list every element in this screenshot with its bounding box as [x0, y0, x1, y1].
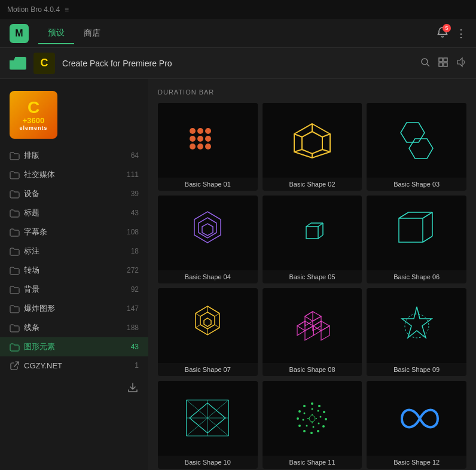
list-item[interactable]: Basic Shape 09 — [367, 288, 466, 376]
svg-rect-29 — [306, 227, 318, 239]
pack-thumb-letter: C — [28, 99, 39, 116]
sound-button[interactable] — [456, 57, 466, 70]
sidebar-item-titles[interactable]: 标题 43 — [0, 203, 148, 222]
pack-thumb-number: +3600 — [23, 116, 45, 125]
sidebar-label: 字幕条 — [24, 227, 127, 237]
sidebar-label: 线条 — [24, 322, 127, 333]
sidebar-count: 272 — [127, 266, 139, 274]
pack-logo: C — [33, 53, 55, 74]
item-label: Basic Shape 08 — [263, 363, 362, 376]
sidebar-item-typography[interactable]: 排版 64 — [0, 146, 148, 165]
svg-line-46 — [215, 325, 219, 328]
sidebar-count: 43 — [131, 209, 139, 217]
grid-icon — [438, 57, 448, 68]
svg-marker-52 — [305, 326, 313, 340]
svg-point-9 — [205, 128, 211, 134]
sidebar-item-explosions[interactable]: 爆炸图形 147 — [0, 299, 148, 318]
sidebar-label: 转场 — [24, 265, 127, 276]
svg-point-90 — [309, 416, 315, 422]
svg-line-31 — [318, 223, 323, 227]
thumbnail — [158, 288, 258, 363]
item-label: Basic Shape 07 — [158, 363, 258, 376]
list-item[interactable]: Basic Shape 06 — [367, 196, 466, 283]
item-label: Basic Shape 09 — [367, 363, 466, 376]
sidebar-item-devices[interactable]: 设备 39 — [0, 184, 148, 203]
nav-right: 5 ⋮ — [437, 26, 466, 41]
svg-point-94 — [307, 418, 309, 419]
sidebar-item-callouts[interactable]: 标注 18 — [0, 242, 148, 261]
folder-icon — [10, 342, 19, 352]
menu-icon[interactable]: ≡ — [65, 5, 69, 14]
search-icon — [420, 57, 431, 68]
thumbnail — [158, 381, 258, 456]
folder-icon — [10, 189, 19, 199]
svg-line-19 — [322, 134, 330, 137]
list-item[interactable]: Basic Shape 12 — [367, 381, 466, 469]
tab-presets[interactable]: 预设 — [38, 23, 74, 44]
svg-point-8 — [197, 128, 203, 134]
list-item[interactable]: Basic Shape 01 — [158, 103, 258, 191]
pack-thumbnail[interactable]: C +3600 elements — [10, 91, 57, 139]
link-icon — [10, 361, 19, 370]
item-label: Basic Shape 10 — [158, 456, 258, 469]
svg-point-77 — [303, 430, 306, 432]
folder-icon — [10, 246, 19, 256]
list-item[interactable]: Basic Shape 02 — [263, 103, 362, 191]
list-item[interactable]: Basic Shape 05 — [263, 196, 362, 283]
thumbnail — [263, 196, 362, 270]
sidebar-item-graphic-elements[interactable]: 图形元素 43 — [0, 337, 148, 356]
pack-title: Create Pack for Premiere Pro — [62, 59, 172, 68]
more-options-button[interactable]: ⋮ — [456, 27, 466, 40]
svg-point-14 — [197, 144, 203, 149]
svg-marker-27 — [199, 218, 216, 238]
thumbnail — [263, 288, 362, 363]
list-item[interactable]: Basic Shape 03 — [367, 103, 466, 191]
svg-line-30 — [306, 223, 311, 227]
search-button[interactable] — [420, 57, 431, 70]
thumbnail — [263, 381, 362, 456]
sidebar-label: 图形元素 — [24, 341, 131, 352]
svg-marker-43 — [204, 318, 211, 326]
content-area: DURATION BAR Basic Shape 01 — [148, 79, 476, 470]
list-item[interactable]: Basic Shape 08 — [263, 288, 362, 376]
grid-view-button[interactable] — [438, 57, 448, 70]
svg-marker-59 — [402, 307, 432, 338]
list-item[interactable]: Basic Shape 04 — [158, 196, 258, 283]
svg-marker-55 — [321, 326, 329, 340]
sidebar-item-backgrounds[interactable]: 背景 92 — [0, 280, 148, 299]
svg-point-93 — [312, 422, 313, 423]
sidebar-item-subtitles[interactable]: 字幕条 108 — [0, 222, 148, 242]
svg-marker-17 — [302, 132, 322, 154]
pack-header-actions — [420, 57, 466, 70]
tab-store[interactable]: 商店 — [74, 23, 110, 44]
svg-point-92 — [316, 418, 317, 419]
app-logo: M — [10, 24, 29, 43]
svg-point-83 — [317, 410, 319, 411]
folder-icon — [10, 265, 19, 275]
svg-point-75 — [317, 430, 319, 432]
item-label: Basic Shape 04 — [158, 270, 258, 283]
svg-point-74 — [322, 425, 325, 428]
sidebar-item-lines[interactable]: 线条 188 — [0, 318, 148, 337]
svg-line-34 — [318, 235, 323, 239]
pack-thumb-label: elements — [19, 125, 47, 131]
list-item[interactable]: Basic Shape 10 — [158, 381, 258, 469]
folder-icon — [10, 323, 19, 332]
thumbnail — [367, 196, 466, 270]
folder-icon — [10, 285, 19, 294]
notification-button[interactable]: 5 — [437, 26, 448, 41]
svg-point-85 — [318, 422, 319, 424]
sidebar-label: 社交媒体 — [24, 169, 127, 180]
sidebar-item-social[interactable]: 社交媒体 111 — [0, 165, 148, 184]
sidebar-item-transitions[interactable]: 转场 272 — [0, 261, 148, 280]
folder-icon — [10, 208, 19, 218]
svg-point-7 — [190, 128, 196, 134]
svg-point-91 — [312, 414, 313, 415]
download-button[interactable] — [127, 382, 139, 396]
list-item[interactable]: Basic Shape 07 — [158, 288, 258, 376]
svg-line-40 — [423, 236, 432, 242]
sidebar-item-cgzy[interactable]: CGZY.NET 1 — [0, 356, 148, 374]
pack-header: C Create Pack for Premiere Pro — [0, 48, 476, 79]
section-title: DURATION BAR — [158, 88, 466, 96]
list-item[interactable]: Basic Shape 11 — [263, 381, 362, 469]
